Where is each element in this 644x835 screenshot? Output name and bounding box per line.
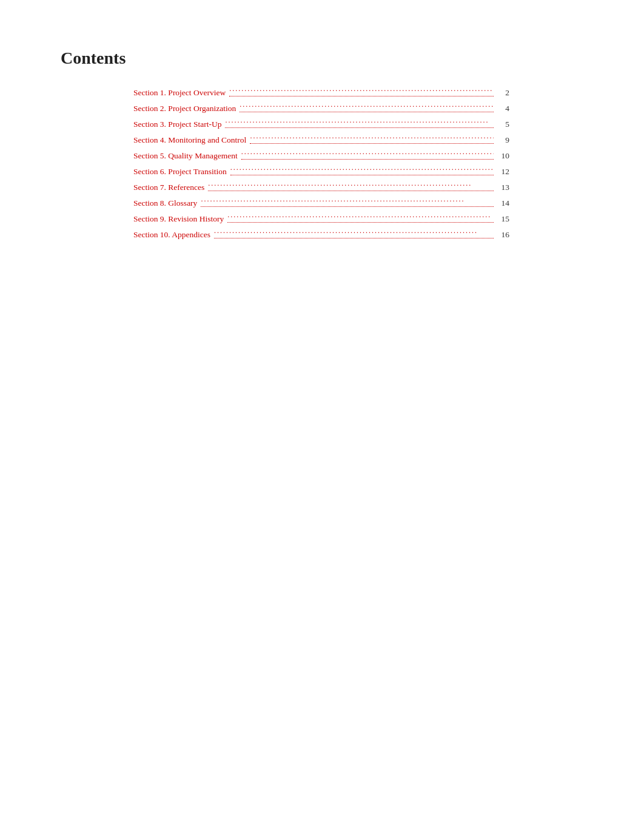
toc-dots-4: ........................................… xyxy=(250,132,494,144)
toc-entry[interactable]: Section 8. Glossary.....................… xyxy=(133,197,509,209)
toc-link-5[interactable]: Section 5. Quality Management xyxy=(133,151,238,161)
toc-dots-8: ........................................… xyxy=(201,195,494,207)
toc-dots-2: ........................................… xyxy=(240,100,494,112)
toc-dots-1: ........................................… xyxy=(229,84,494,96)
toc-entry[interactable]: Section 2. Project Organization.........… xyxy=(133,102,509,114)
toc-link-9[interactable]: Section 9. Revision History xyxy=(133,214,224,224)
toc-page-7: 13 xyxy=(497,183,509,192)
toc-page-1: 2 xyxy=(497,88,509,98)
toc-link-1[interactable]: Section 1. Project Overview xyxy=(133,88,226,98)
toc-link-3[interactable]: Section 3. Project Start-Up xyxy=(133,120,221,129)
toc-dots-10: ........................................… xyxy=(214,226,494,238)
toc-link-7[interactable]: Section 7. References xyxy=(133,183,204,192)
toc-link-8[interactable]: Section 8. Glossary xyxy=(133,198,197,208)
toc-dots-9: ........................................… xyxy=(227,211,494,223)
toc-entry[interactable]: Section 7. References...................… xyxy=(133,181,509,193)
toc-container: Section 1. Project Overview.............… xyxy=(61,86,583,240)
toc-entry[interactable]: Section 5. Quality Management...........… xyxy=(133,149,509,161)
toc-page-8: 14 xyxy=(497,198,509,208)
toc-page-5: 10 xyxy=(497,151,509,161)
toc-entry[interactable]: Section 6. Project Transition...........… xyxy=(133,165,509,177)
toc-page-9: 15 xyxy=(497,214,509,224)
page-title: Contents xyxy=(61,49,583,68)
toc-entry[interactable]: Section 10. Appendices..................… xyxy=(133,228,509,240)
toc-link-10[interactable]: Section 10. Appendices xyxy=(133,230,210,240)
toc-page-3: 5 xyxy=(497,120,509,129)
toc-dots-3: ........................................… xyxy=(225,116,494,128)
toc-link-4[interactable]: Section 4. Monitoring and Control xyxy=(133,135,246,145)
toc-entry[interactable]: Section 4. Monitoring and Control.......… xyxy=(133,134,509,146)
toc-page-6: 12 xyxy=(497,167,509,177)
toc-entry[interactable]: Section 3. Project Start-Up.............… xyxy=(133,118,509,130)
toc-link-2[interactable]: Section 2. Project Organization xyxy=(133,104,236,113)
toc-dots-7: ........................................… xyxy=(208,179,494,191)
toc-dots-5: ........................................… xyxy=(241,147,494,160)
toc-page-10: 16 xyxy=(497,230,509,240)
toc-entry[interactable]: Section 1. Project Overview.............… xyxy=(133,86,509,98)
toc-page-4: 9 xyxy=(497,135,509,145)
toc-entry[interactable]: Section 9. Revision History.............… xyxy=(133,212,509,225)
toc-dots-6: ........................................… xyxy=(230,163,494,175)
toc-link-6[interactable]: Section 6. Project Transition xyxy=(133,167,227,177)
toc-page-2: 4 xyxy=(497,104,509,113)
